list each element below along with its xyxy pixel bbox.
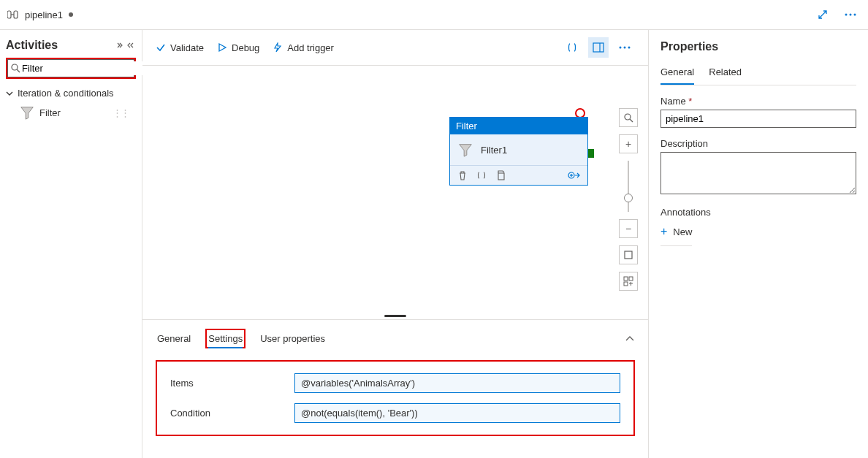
tab-general[interactable]: General (156, 330, 192, 347)
activities-search[interactable] (7, 59, 134, 77)
svg-line-18 (630, 119, 633, 122)
filter-icon (19, 104, 35, 121)
svg-point-4 (850, 14, 852, 16)
node-header: Filter (450, 118, 587, 134)
trigger-icon (273, 42, 283, 53)
activity-item-filter[interactable]: Filter ⋮⋮ (6, 102, 136, 123)
properties-title: Properties (660, 40, 856, 53)
condition-input[interactable] (294, 403, 620, 423)
svg-point-5 (854, 14, 856, 16)
svg-rect-22 (624, 282, 628, 286)
activities-search-input[interactable] (20, 61, 146, 75)
svg-rect-0 (7, 11, 11, 18)
activities-title: Activities (6, 39, 58, 52)
fit-to-screen-button[interactable] (619, 245, 638, 264)
pipeline-icon (7, 9, 19, 20)
node-name: Filter1 (481, 145, 507, 156)
properties-panel-icon[interactable] (588, 37, 609, 58)
validate-button[interactable]: Validate (156, 42, 204, 53)
activity-group-label: Iteration & conditionals (18, 88, 114, 99)
add-annotation-button[interactable]: + New (660, 221, 692, 246)
description-textarea[interactable] (660, 152, 856, 194)
debug-button[interactable]: Debug (217, 42, 259, 53)
svg-point-12 (628, 47, 631, 49)
svg-point-3 (845, 14, 848, 16)
svg-point-6 (12, 64, 18, 70)
more-icon[interactable] (840, 4, 861, 25)
pipeline-name-input[interactable] (660, 110, 856, 128)
check-icon (156, 42, 166, 53)
collapse-sidebar-icon[interactable] (117, 41, 136, 50)
tab-settings[interactable]: Settings (205, 329, 245, 348)
delete-icon[interactable] (457, 170, 468, 180)
name-label: Name * (660, 96, 856, 107)
auto-align-button[interactable] (619, 272, 638, 291)
activity-item-label: Filter (39, 107, 61, 118)
filter-icon (457, 142, 473, 158)
code-view-icon[interactable] (562, 37, 582, 58)
expand-icon[interactable] (812, 4, 833, 25)
play-icon (217, 42, 227, 53)
description-label: Description (660, 138, 856, 149)
filter-node[interactable]: Filter Filter1 (449, 117, 588, 186)
svg-point-17 (625, 114, 631, 120)
tab-user-properties[interactable]: User properties (259, 330, 327, 347)
search-icon (11, 64, 20, 73)
svg-point-11 (624, 47, 626, 49)
pipeline-tab-title: pipeline1 (25, 9, 63, 20)
expand-node-icon[interactable] (567, 170, 580, 180)
drag-handle-icon[interactable]: ⋮⋮ (113, 107, 129, 118)
svg-rect-1 (14, 11, 18, 18)
success-output-handle[interactable] (588, 149, 594, 158)
zoom-in-button[interactable]: + (619, 134, 638, 153)
zoom-slider[interactable] (628, 161, 629, 212)
svg-rect-8 (593, 43, 604, 52)
props-tab-general[interactable]: General (660, 64, 694, 85)
code-icon[interactable] (476, 170, 487, 180)
props-tab-related[interactable]: Related (709, 64, 742, 85)
zoom-out-button[interactable]: − (619, 219, 638, 238)
canvas-toolbar: Validate Debug Add trigger (142, 30, 648, 66)
unsaved-indicator-icon (69, 12, 73, 17)
plus-icon: + (660, 225, 667, 238)
svg-rect-21 (629, 277, 633, 280)
svg-line-7 (17, 69, 20, 72)
svg-rect-20 (624, 277, 628, 280)
condition-label: Condition (170, 408, 280, 419)
canvas-search-button[interactable] (619, 108, 638, 127)
activity-group-iteration[interactable]: Iteration & conditionals (6, 85, 136, 102)
svg-point-10 (620, 47, 622, 49)
svg-rect-19 (625, 251, 632, 259)
pipeline-tab[interactable]: pipeline1 (0, 0, 868, 30)
activity-settings-panel: General Settings User properties Items C… (142, 319, 648, 458)
svg-rect-13 (498, 173, 504, 180)
annotations-label: Annotations (660, 207, 856, 218)
chevron-down-icon (6, 90, 13, 97)
add-trigger-button[interactable]: Add trigger (273, 42, 334, 53)
items-input[interactable] (294, 373, 620, 393)
items-label: Items (170, 378, 280, 389)
toolbar-more-icon[interactable] (614, 37, 635, 58)
pipeline-canvas[interactable]: Filter Filter1 (142, 66, 648, 315)
collapse-panel-icon[interactable] (625, 335, 635, 343)
copy-icon[interactable] (495, 170, 506, 180)
activities-sidebar: Activities Iteration & conditionals (0, 30, 142, 458)
properties-panel: Properties General Related Name * Descri… (649, 30, 868, 458)
